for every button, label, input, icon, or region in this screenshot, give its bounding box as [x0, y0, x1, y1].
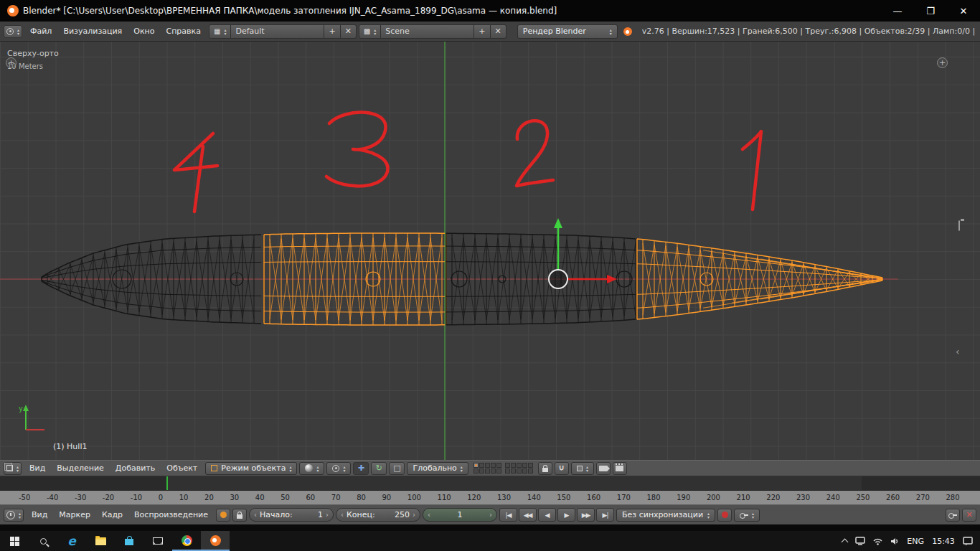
viewport-editor-type-button[interactable] — [4, 462, 22, 475]
display-icon[interactable] — [855, 537, 865, 545]
render-engine-dropdown[interactable]: Рендер Blender — [517, 24, 618, 39]
info-menu-item[interactable]: Справка — [160, 27, 206, 36]
layer-toggle[interactable] — [496, 468, 501, 474]
properties-region-expand-button[interactable]: + — [937, 57, 948, 68]
toolshelf-expand-button[interactable]: + — [6, 57, 17, 68]
layer-toggle[interactable] — [479, 468, 484, 474]
layer-toggle[interactable] — [517, 468, 522, 474]
translate-manipulator-button[interactable]: ✚ — [353, 462, 369, 475]
language-indicator[interactable]: ENG — [907, 537, 924, 546]
timeline-menu-item[interactable]: Воспроизведение — [128, 510, 214, 519]
preview-range-button[interactable] — [216, 509, 230, 522]
layer-toggle[interactable] — [505, 463, 510, 468]
timeline-scrub-area[interactable] — [0, 476, 980, 491]
taskbar-chrome-button[interactable] — [172, 531, 201, 551]
speaker-icon[interactable] — [890, 537, 899, 545]
increment-arrow-icon[interactable]: › — [326, 511, 329, 519]
decrement-arrow-icon[interactable]: ‹ — [428, 511, 430, 519]
taskbar-search-button[interactable] — [29, 531, 57, 551]
playback-button[interactable]: ▶| — [596, 508, 614, 522]
decrement-arrow-icon[interactable]: ‹ — [341, 511, 344, 519]
info-editor-type-button[interactable] — [4, 25, 22, 38]
viewport-menu-item[interactable]: Добавить — [110, 463, 161, 473]
layer-toggle[interactable] — [479, 463, 484, 468]
layout-add-button[interactable]: + — [324, 24, 340, 39]
auto-keyframe-button[interactable] — [717, 509, 732, 522]
maximize-button[interactable]: ❐ — [914, 0, 947, 22]
tray-expand-icon[interactable] — [842, 539, 849, 546]
layout-close-button[interactable]: ✕ — [341, 24, 357, 39]
snap-toggle-button[interactable]: ∩ — [555, 462, 569, 475]
viewport-menu-item[interactable]: Выделение — [51, 463, 110, 473]
clock-time[interactable]: 15:43 — [932, 537, 955, 546]
timeline-ruler[interactable]: -50-40-30-20-100102030405060708090100110… — [0, 491, 980, 504]
layer-toggle[interactable] — [491, 463, 496, 468]
minimize-button[interactable]: — — [881, 0, 914, 22]
current-frame-indicator[interactable] — [166, 476, 168, 490]
playback-button[interactable]: ◀ — [538, 508, 556, 522]
taskbar-mail-button[interactable] — [143, 531, 172, 551]
scene-browse-button[interactable]: ▩ — [359, 24, 381, 39]
layer-toggle[interactable] — [522, 468, 527, 474]
viewport-canvas[interactable] — [0, 42, 980, 460]
taskbar-store-button[interactable] — [115, 531, 143, 551]
action-center-icon[interactable] — [963, 537, 973, 546]
mode-dropdown[interactable]: Режим объекта — [205, 462, 297, 475]
opengl-render-anim-button[interactable] — [613, 462, 627, 475]
layer-toggle[interactable] — [491, 468, 496, 474]
scene-add-button[interactable]: + — [474, 24, 490, 39]
layer-toggle[interactable] — [505, 468, 510, 474]
opengl-render-image-button[interactable] — [596, 462, 611, 475]
taskbar-blender-button[interactable] — [201, 531, 230, 551]
layout-browse-button[interactable]: ▦ — [209, 24, 231, 39]
keying-set-remove-button[interactable]: ✕ — [962, 509, 976, 522]
layer-toggle[interactable] — [528, 468, 533, 474]
scene-close-button[interactable]: ✕ — [491, 24, 507, 39]
info-menu-item[interactable]: Окно — [128, 27, 160, 36]
rotate-manipulator-button[interactable]: ↻ — [371, 462, 387, 475]
lock-layers-button[interactable] — [538, 462, 552, 475]
timeline-menu-item[interactable]: Вид — [26, 510, 53, 519]
playback-button[interactable]: |◀ — [499, 508, 517, 522]
layer-toggle[interactable] — [522, 463, 527, 468]
taskbar-explorer-button[interactable] — [86, 531, 115, 551]
blender-app-icon[interactable] — [7, 5, 19, 17]
layer-toggle[interactable] — [496, 463, 501, 468]
increment-arrow-icon[interactable]: › — [413, 511, 415, 519]
sync-mode-dropdown[interactable]: Без синхронизации — [616, 509, 715, 522]
layer-toggle[interactable] — [473, 463, 479, 468]
current-frame-field[interactable]: ‹ 1 › — [423, 508, 497, 522]
wifi-icon[interactable] — [873, 537, 882, 545]
start-button[interactable] — [0, 531, 29, 551]
viewport-3d[interactable]: Сверху-орто 10 Meters (1) Hull1 + + ‹ y — [0, 42, 980, 460]
decrement-arrow-icon[interactable]: ‹ — [254, 511, 257, 519]
frame-end-field[interactable]: ‹ Конец: 250 › — [336, 508, 420, 522]
scale-manipulator-button[interactable]: □ — [389, 462, 405, 475]
viewport-menu-item[interactable]: Объект — [161, 463, 203, 473]
snap-element-dropdown[interactable] — [571, 462, 594, 475]
playback-button[interactable]: ▶ — [557, 508, 575, 522]
layer-toggle[interactable] — [511, 468, 516, 474]
transform-orientation-dropdown[interactable]: Глобально — [407, 462, 468, 475]
timeline-menu-item[interactable]: Маркер — [53, 510, 96, 519]
taskbar-edge-button[interactable]: e — [57, 531, 86, 551]
layer-toggle[interactable] — [473, 468, 479, 474]
close-button[interactable]: ✕ — [947, 0, 980, 22]
collapse-region-arrow-icon[interactable]: ‹ — [956, 346, 960, 357]
keying-set-add-button[interactable] — [946, 509, 960, 522]
layout-name-field[interactable]: Default — [231, 24, 324, 39]
info-menu-item[interactable]: Файл — [24, 27, 57, 36]
clipboard-icon[interactable] — [958, 221, 960, 230]
frame-start-field[interactable]: ‹ Начало: 1 › — [249, 508, 334, 522]
timeline-menu-item[interactable]: Кадр — [96, 510, 128, 519]
scene-name-field[interactable]: Scene — [381, 24, 474, 39]
pivot-point-dropdown[interactable] — [326, 462, 351, 475]
playback-button[interactable]: ◀◀ — [519, 508, 537, 522]
layer-toggle[interactable] — [511, 463, 516, 468]
lock-time-button[interactable] — [232, 509, 247, 522]
increment-arrow-icon[interactable]: › — [489, 511, 492, 519]
layer-toggle[interactable] — [517, 463, 522, 468]
info-menu-item[interactable]: Визуализация — [57, 27, 128, 36]
viewport-shading-dropdown[interactable] — [299, 462, 324, 475]
manipulator-center-circle[interactable] — [549, 270, 567, 288]
